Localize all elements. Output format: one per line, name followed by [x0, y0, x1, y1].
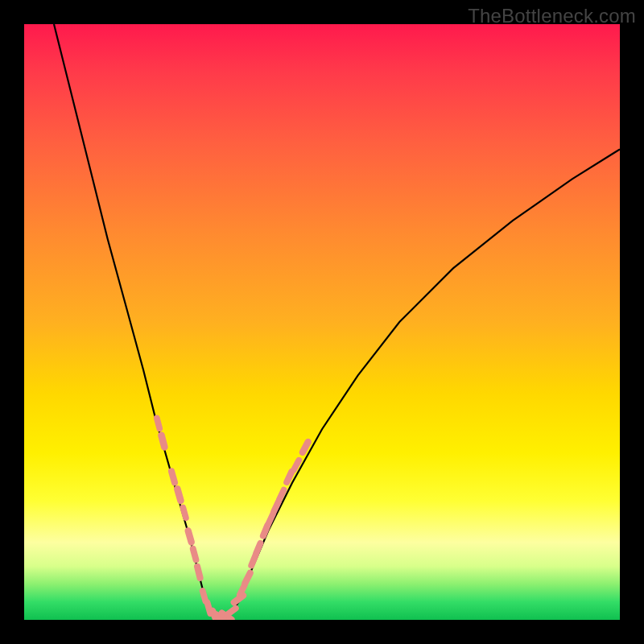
data-marker	[252, 539, 265, 558]
chart-frame: TheBottleneck.com	[0, 0, 644, 644]
data-marker	[180, 504, 190, 522]
data-markers	[153, 415, 312, 620]
plot-area	[24, 24, 620, 620]
curve-svg	[24, 24, 620, 620]
bottleneck-curve	[54, 24, 620, 620]
data-marker	[290, 456, 303, 473]
data-marker	[153, 415, 163, 432]
data-marker	[241, 568, 254, 588]
data-marker	[189, 545, 200, 564]
data-marker	[173, 485, 185, 505]
data-marker	[298, 437, 312, 456]
data-marker	[157, 431, 168, 451]
data-marker	[193, 563, 204, 582]
data-marker	[167, 467, 179, 486]
data-marker	[184, 526, 195, 547]
